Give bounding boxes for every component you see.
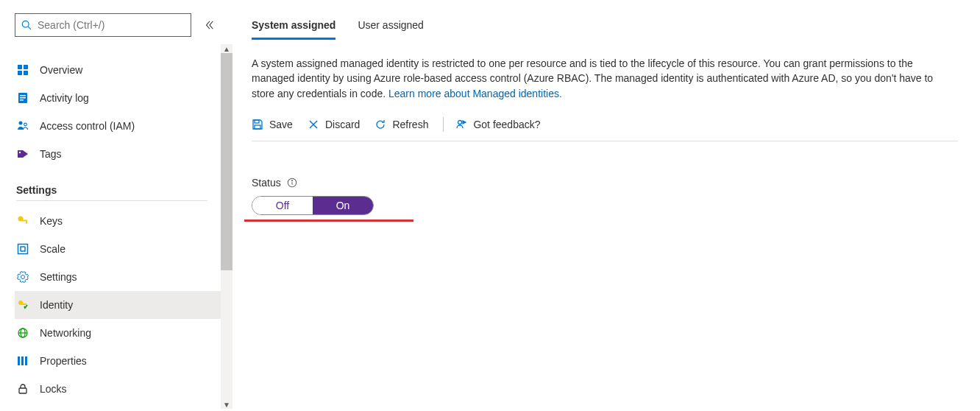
learn-more-link[interactable]: Learn more about Managed identities.	[388, 88, 562, 99]
svg-rect-25	[19, 388, 26, 393]
save-icon	[252, 119, 263, 130]
scale-icon	[16, 242, 29, 256]
svg-rect-3	[24, 65, 28, 69]
status-label: Status	[252, 177, 958, 189]
cmd-label: Got feedback?	[473, 119, 540, 130]
discard-icon	[308, 119, 319, 130]
svg-rect-14	[22, 220, 27, 222]
scrollbar-thumb[interactable]	[221, 53, 232, 270]
cmd-label: Refresh	[392, 119, 428, 130]
keys-icon	[16, 214, 29, 228]
sidebar-item-scale[interactable]: Scale	[15, 235, 221, 263]
sidebar-item-label: Overview	[40, 64, 82, 76]
svg-rect-16	[18, 245, 28, 254]
identity-icon	[16, 298, 29, 312]
sidebar-item-label: Networking	[40, 327, 91, 339]
status-label-text: Status	[252, 177, 281, 189]
description-text: A system assigned managed identity is re…	[252, 56, 958, 101]
sidebar-section-header: Settings	[16, 184, 207, 201]
description-body: A system assigned managed identity is re…	[252, 57, 933, 99]
scrollbar-arrow-up-icon[interactable]: ▲	[221, 44, 232, 53]
svg-rect-8	[20, 97, 26, 99]
collapse-sidebar-button[interactable]	[205, 20, 215, 30]
sidebar-item-label: Properties	[40, 355, 87, 367]
svg-rect-15	[26, 222, 27, 224]
properties-icon	[16, 354, 29, 368]
svg-point-12	[19, 152, 21, 153]
status-toggle[interactable]: Off On	[252, 196, 374, 215]
svg-rect-27	[255, 125, 260, 129]
sidebar-item-activity-log[interactable]: Activity log	[15, 84, 221, 112]
status-toggle-on[interactable]: On	[313, 197, 373, 214]
svg-rect-18	[21, 303, 26, 305]
sidebar-menu: Overview Activity log Access control (IA…	[15, 56, 221, 403]
search-icon	[21, 20, 32, 30]
sidebar-scrollbar[interactable]: ▲ ▼	[221, 44, 232, 409]
tab-system-assigned[interactable]: System assigned	[252, 15, 335, 40]
command-bar: Save Discard Refresh Got feedback?	[252, 117, 958, 141]
svg-rect-22	[18, 356, 20, 365]
locks-icon	[16, 382, 29, 396]
svg-rect-23	[21, 356, 24, 365]
access-control-icon	[16, 119, 29, 133]
settings-icon	[16, 270, 29, 284]
info-icon[interactable]	[287, 178, 297, 188]
refresh-button[interactable]: Refresh	[374, 119, 428, 130]
sidebar-item-label: Scale	[40, 243, 65, 255]
svg-rect-26	[255, 120, 259, 123]
sidebar-item-label: Locks	[40, 383, 67, 395]
chevron-double-left-icon	[205, 20, 215, 30]
sidebar-item-label: Tags	[40, 148, 62, 160]
svg-rect-5	[24, 71, 28, 75]
sidebar-item-label: Keys	[40, 215, 63, 227]
networking-icon	[16, 326, 29, 340]
sidebar-item-label: Settings	[40, 271, 77, 283]
tab-bar: System assigned User assigned	[252, 15, 958, 40]
annotation-underline	[244, 219, 413, 222]
svg-rect-7	[20, 95, 26, 96]
svg-point-33	[291, 180, 292, 181]
status-toggle-off[interactable]: Off	[252, 197, 313, 214]
sidebar-item-tags[interactable]: Tags	[15, 140, 221, 168]
search-input[interactable]	[36, 18, 185, 32]
command-bar-separator	[443, 117, 444, 132]
search-row	[15, 13, 221, 37]
svg-rect-9	[20, 99, 24, 101]
cmd-label: Save	[269, 119, 293, 130]
sidebar-item-label: Identity	[40, 299, 73, 311]
cmd-label: Discard	[325, 119, 360, 130]
svg-point-10	[19, 122, 23, 125]
save-button[interactable]: Save	[252, 119, 293, 130]
activity-log-icon	[16, 91, 29, 105]
sidebar-item-label: Activity log	[40, 92, 89, 104]
svg-rect-4	[18, 71, 22, 75]
sidebar-item-identity[interactable]: Identity	[15, 291, 221, 319]
sidebar-item-settings[interactable]: Settings	[15, 263, 221, 291]
tags-icon	[16, 147, 29, 161]
refresh-icon	[374, 119, 386, 130]
main-content: System assigned User assigned A system a…	[221, 0, 980, 411]
svg-rect-2	[18, 65, 22, 69]
sidebar-item-keys[interactable]: Keys	[15, 207, 221, 235]
svg-point-11	[24, 123, 27, 126]
svg-point-0	[22, 21, 29, 27]
feedback-button[interactable]: Got feedback?	[455, 119, 540, 130]
feedback-icon	[455, 119, 467, 130]
sidebar-item-properties[interactable]: Properties	[15, 347, 221, 375]
search-box[interactable]	[15, 13, 191, 37]
sidebar-item-label: Access control (IAM)	[40, 120, 135, 132]
sidebar: Overview Activity log Access control (IA…	[0, 0, 221, 411]
sidebar-item-networking[interactable]: Networking	[15, 319, 221, 347]
overview-icon	[16, 63, 29, 77]
svg-line-1	[28, 27, 31, 29]
tab-user-assigned[interactable]: User assigned	[358, 15, 424, 40]
sidebar-item-overview[interactable]: Overview	[15, 56, 221, 84]
discard-button[interactable]: Discard	[308, 119, 360, 130]
scrollbar-arrow-down-icon[interactable]: ▼	[221, 400, 232, 409]
sidebar-item-access-control[interactable]: Access control (IAM)	[15, 112, 221, 140]
svg-rect-24	[25, 356, 27, 365]
sidebar-item-locks[interactable]: Locks	[15, 375, 221, 403]
svg-point-30	[458, 120, 462, 124]
